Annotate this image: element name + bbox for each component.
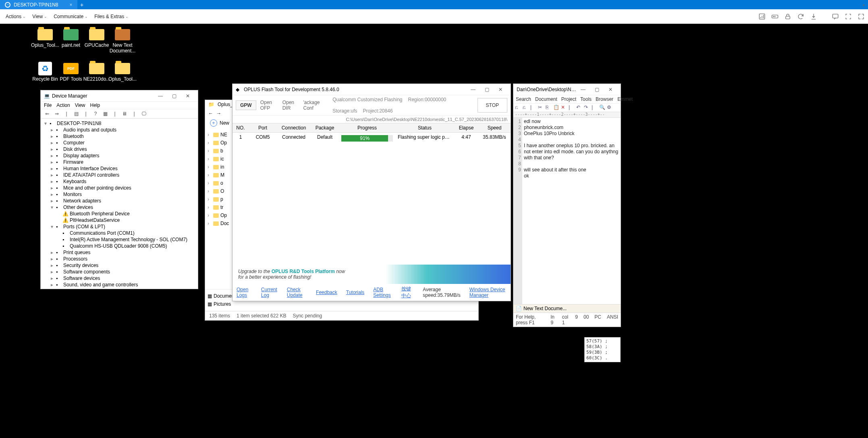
sidebar-folder[interactable]: ›b xyxy=(207,147,236,155)
undo-icon[interactable]: ↶ xyxy=(576,104,583,111)
scan-icon[interactable] xyxy=(845,13,852,20)
device-manager-window[interactable]: 💻 Device Manager — ▢ ✕ File Action View … xyxy=(40,90,198,289)
window-chevron-icon[interactable]: ▾ xyxy=(863,2,868,8)
back-icon[interactable]: ← xyxy=(208,111,213,116)
link-adb-settings[interactable]: ADB Settings xyxy=(373,287,392,298)
device-node[interactable]: ▸▪Firmware xyxy=(43,159,195,165)
device-node[interactable]: ▪Qualcomm HS-USB QDLoader 9008 (COM5) xyxy=(43,243,195,249)
code-content[interactable]: edl nowphoneunbrick.comOnePlus 10Pro Unb… xyxy=(522,118,621,304)
link-key-center[interactable]: 按键中心 xyxy=(401,286,414,299)
scan-icon[interactable]: 🖥 xyxy=(120,110,129,117)
search-icon[interactable]: 🔍 xyxy=(599,104,606,111)
oplus-flash-window[interactable]: ◆ OPLUS Flash Tool for Development 5.8.4… xyxy=(232,83,511,301)
desktop-icon[interactable]: paint.net xyxy=(58,28,84,62)
toolbar-icon[interactable]: ⚙ xyxy=(607,104,613,111)
maximize-button[interactable]: ▢ xyxy=(167,93,181,99)
maximize-button[interactable]: ▢ xyxy=(480,87,494,92)
upgrade-banner[interactable]: Upgrade to the OPLUS R&D Tools Platform … xyxy=(233,265,511,284)
sidebar-folder[interactable]: ›ic xyxy=(207,155,236,163)
devmgr-titlebar[interactable]: 💻 Device Manager — ▢ ✕ xyxy=(41,90,198,102)
device-node[interactable]: ▸▪Software devices xyxy=(43,275,195,282)
menu-project[interactable]: Project xyxy=(561,96,576,102)
menu-file[interactable]: File xyxy=(44,102,52,108)
open-dir-button[interactable]: Open DIR xyxy=(282,100,299,111)
dashboard-icon[interactable] xyxy=(758,13,766,20)
link-windows-device-manager[interactable]: Windows Device Manager xyxy=(469,287,507,298)
sidebar-folder[interactable]: ›o xyxy=(207,179,236,187)
gpw-button[interactable]: GPW xyxy=(236,100,256,110)
column-header[interactable]: Speed xyxy=(478,123,511,132)
menu-help[interactable]: Help xyxy=(90,102,100,108)
teamviewer-tab[interactable]: ↔ DESKTOP-TPIN1N8 × xyxy=(0,0,77,9)
device-node[interactable]: ▸▪Software components xyxy=(43,269,195,275)
menu-action[interactable]: Action xyxy=(56,102,70,108)
remote-input-icon[interactable] xyxy=(771,13,779,20)
paste-icon[interactable]: 📋 xyxy=(553,104,560,111)
desktop-icon[interactable]: New Text Document... xyxy=(110,28,135,62)
editor-area[interactable]: 123456789 edl nowphoneunbrick.comOnePlus… xyxy=(513,118,621,304)
device-node[interactable]: ▪Intel(R) Active Management Technology -… xyxy=(43,236,195,243)
column-header[interactable]: Package xyxy=(311,123,339,132)
minimize-button[interactable]: — xyxy=(576,87,590,92)
lock-icon[interactable] xyxy=(784,13,791,20)
stop-button[interactable]: STOP xyxy=(478,98,507,113)
package-config-button[interactable]: 'ackage Conf xyxy=(303,100,326,111)
device-node[interactable]: ▸▪Bluetooth xyxy=(43,133,195,140)
device-node[interactable]: ▸▪Human Interface Devices xyxy=(43,165,195,172)
link-check-update[interactable]: Check Update xyxy=(287,287,307,298)
toolbar-icon[interactable]: ⎌ xyxy=(523,104,529,111)
device-node[interactable]: ▾▪DESKTOP-TPIN1N8 xyxy=(43,120,195,127)
device-node[interactable]: ▸▪Mice and other pointing devices xyxy=(43,185,195,191)
notepadpp-window[interactable]: Dan\OneDrive\Desktop\New Text D... — ▢ ✕… xyxy=(513,83,621,327)
menu-communicate[interactable]: Communicate⌄ xyxy=(51,12,90,21)
desktop-icon[interactable]: GPUCache xyxy=(84,28,110,62)
column-header[interactable]: NO. xyxy=(233,123,249,132)
sidebar-folder[interactable]: ›p xyxy=(207,195,236,203)
close-button[interactable]: ✕ xyxy=(494,87,507,92)
device-node[interactable]: ▸▪Computer xyxy=(43,140,195,146)
toolbar-icon[interactable]: ⎌ xyxy=(515,104,521,111)
sidebar-folder[interactable]: ›Doc xyxy=(207,219,236,227)
device-tree[interactable]: ▾▪DESKTOP-TPIN1N8▸▪Audio inputs and outp… xyxy=(41,119,198,289)
device-node[interactable]: ▾▪Ports (COM & LPT) xyxy=(43,223,195,230)
forward-icon[interactable]: ⇒ xyxy=(53,110,61,117)
column-header[interactable]: Status xyxy=(395,123,454,132)
new-button-icon[interactable]: + xyxy=(210,119,217,127)
link-feedback[interactable]: Feedback xyxy=(316,290,337,295)
fullscreen-icon[interactable] xyxy=(858,13,865,20)
back-icon[interactable]: ⇐ xyxy=(43,110,51,117)
device-node[interactable]: ▸▪Print queues xyxy=(43,249,195,256)
cut-icon[interactable]: ✂ xyxy=(538,104,544,111)
device-node[interactable]: ▪Communications Port (COM1) xyxy=(43,230,195,236)
close-button[interactable]: ✕ xyxy=(604,87,617,92)
device-node[interactable]: ▸▪Monitors xyxy=(43,191,195,198)
device-node[interactable]: ▸▪IDE ATA/ATAPI controllers xyxy=(43,172,195,178)
device-node[interactable]: ▸▪Sound, video and game controllers xyxy=(43,282,195,288)
sidebar-folder[interactable]: ›in xyxy=(207,163,236,171)
column-header[interactable]: Port xyxy=(249,123,277,132)
properties-icon[interactable]: ▤ xyxy=(72,110,80,117)
new-tab-button[interactable]: + xyxy=(77,2,87,8)
link-current-log[interactable]: Current Log xyxy=(261,287,278,298)
help-icon[interactable]: ? xyxy=(91,110,100,117)
refresh-icon[interactable] xyxy=(797,13,804,20)
monitor-icon[interactable]: 🖵 xyxy=(140,110,148,117)
device-node[interactable]: ▸▪Display adapters xyxy=(43,152,195,159)
sidebar-folder[interactable]: ›Op xyxy=(207,139,236,147)
npp-file-tab[interactable]: 📄 New Text Docume... xyxy=(513,304,621,313)
feedback-icon[interactable] xyxy=(832,13,839,20)
menu-view[interactable]: View⌄ xyxy=(30,12,50,21)
column-header[interactable]: Elapse xyxy=(454,123,478,132)
sidebar-pictures[interactable]: ▦Pictures xyxy=(207,300,256,308)
menu-actions[interactable]: Actions⌄ xyxy=(3,12,28,21)
device-node[interactable]: ⚠️PltHeadsetDataService xyxy=(43,217,195,223)
column-header[interactable]: Progress xyxy=(339,123,395,132)
desktop-icon[interactable]: Oplus_Tool... xyxy=(32,28,58,62)
menu-files-extras[interactable]: Files & Extras⌄ xyxy=(92,12,131,21)
menu-tools[interactable]: Tools xyxy=(580,96,592,102)
download-icon[interactable] xyxy=(810,13,817,20)
device-node[interactable]: ▸▪Processors xyxy=(43,256,195,262)
sidebar-folder[interactable]: ›Op xyxy=(207,211,236,219)
close-button[interactable]: ✕ xyxy=(181,93,195,99)
device-node[interactable]: ▸▪Disk drives xyxy=(43,146,195,152)
